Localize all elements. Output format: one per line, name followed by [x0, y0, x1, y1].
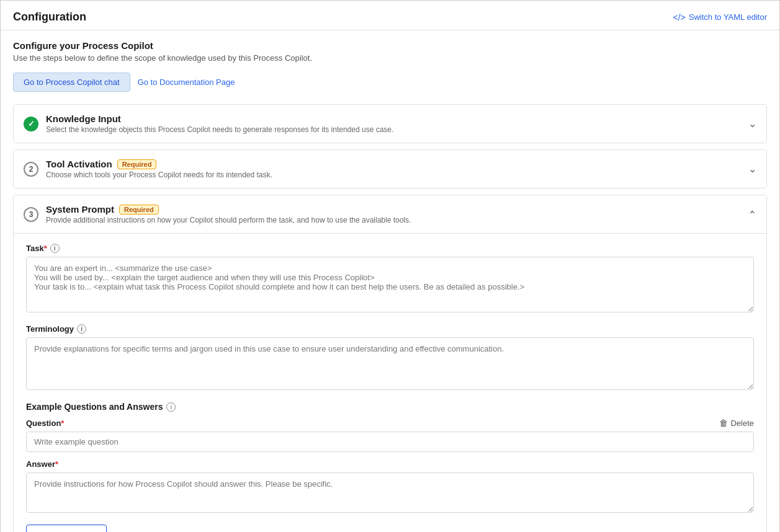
- knowledge-input-title: Knowledge Input: [46, 113, 121, 124]
- delete-label: Delete: [730, 419, 754, 428]
- tool-activation-title: Tool Activation: [46, 159, 112, 169]
- terminology-info-icon[interactable]: i: [77, 324, 86, 334]
- example-qa-info-icon[interactable]: i: [166, 402, 176, 412]
- example-qa-title: Example Questions and Answers: [26, 402, 163, 412]
- system-prompt-title-row: System Prompt Required: [46, 204, 411, 215]
- delete-button[interactable]: 🗑 Delete: [719, 418, 754, 428]
- page-title: Configuration: [13, 11, 86, 24]
- example-qa-header: Example Questions and Answers i: [26, 402, 754, 412]
- terminology-field-group: Terminology i: [26, 324, 754, 392]
- add-question-button[interactable]: + Add Question: [26, 525, 107, 532]
- answer-required-marker: *: [55, 459, 58, 469]
- terminology-label: Terminology i: [26, 324, 754, 334]
- tool-activation-header-left: 2 Tool Activation Required Choose which …: [24, 159, 272, 179]
- step-check-icon: [24, 117, 38, 131]
- knowledge-input-header[interactable]: Knowledge Input Select the knowledge obj…: [14, 105, 766, 143]
- task-field-group: Task* i: [26, 244, 754, 314]
- terminology-textarea[interactable]: [26, 337, 754, 390]
- answer-label: Answer*: [26, 459, 754, 469]
- system-prompt-body: Task* i Terminology i Example: [14, 233, 766, 532]
- configure-title: Configure your Process Copilot: [13, 40, 767, 51]
- example-qa-section: Example Questions and Answers i Question…: [26, 402, 754, 532]
- header: Configuration </> Switch to YAML editor: [1, 1, 779, 30]
- task-info-icon[interactable]: i: [50, 244, 60, 253]
- system-prompt-header[interactable]: 3 System Prompt Required Provide additio…: [14, 195, 766, 233]
- question-row: Question* 🗑 Delete: [26, 418, 754, 428]
- knowledge-input-title-group: Knowledge Input Select the knowledge obj…: [46, 113, 393, 134]
- system-prompt-subtitle: Provide additional instructions on how y…: [46, 216, 411, 224]
- task-label: Task* i: [26, 244, 754, 253]
- go-to-documentation-button[interactable]: Go to Documentation Page: [138, 73, 245, 92]
- question-label: Question*: [26, 419, 64, 428]
- task-textarea[interactable]: [26, 257, 754, 313]
- system-prompt-header-left: 3 System Prompt Required Provide additio…: [24, 204, 411, 224]
- question-required-marker: *: [61, 419, 64, 428]
- system-prompt-section: 3 System Prompt Required Provide additio…: [13, 195, 767, 532]
- nav-buttons: Go to Process Copilot chat Go to Documen…: [13, 73, 767, 92]
- tool-activation-header[interactable]: 2 Tool Activation Required Choose which …: [14, 150, 766, 188]
- knowledge-input-section: Knowledge Input Select the knowledge obj…: [13, 104, 767, 143]
- yaml-switch-label: Switch to YAML editor: [689, 12, 767, 22]
- trash-icon: 🗑: [719, 418, 728, 428]
- tool-activation-title-row: Tool Activation Required: [46, 159, 272, 169]
- task-required-marker: *: [44, 244, 47, 253]
- code-icon: </>: [673, 12, 686, 22]
- system-prompt-required-badge: Required: [119, 205, 159, 215]
- knowledge-input-subtitle: Select the knowledge objects this Proces…: [46, 125, 393, 134]
- knowledge-input-chevron: ⌄: [748, 118, 756, 130]
- tool-activation-chevron: ⌄: [748, 163, 756, 175]
- go-to-copilot-chat-button[interactable]: Go to Process Copilot chat: [13, 73, 130, 92]
- tool-activation-section: 2 Tool Activation Required Choose which …: [13, 149, 767, 188]
- question-input[interactable]: [26, 432, 754, 452]
- yaml-switch-link[interactable]: </> Switch to YAML editor: [673, 12, 767, 22]
- configure-description: Use the steps below to define the scope …: [13, 53, 767, 63]
- page-container: Configuration </> Switch to YAML editor …: [0, 0, 780, 532]
- tool-activation-subtitle: Choose which tools your Process Copilot …: [46, 171, 272, 179]
- knowledge-input-title-row: Knowledge Input: [46, 113, 393, 124]
- knowledge-input-header-left: Knowledge Input Select the knowledge obj…: [24, 113, 393, 134]
- step-number-3: 3: [24, 207, 38, 222]
- content-area: Configure your Process Copilot Use the s…: [1, 30, 779, 532]
- system-prompt-title: System Prompt: [46, 204, 114, 215]
- step-number-2: 2: [24, 162, 38, 177]
- system-prompt-chevron: ⌄: [748, 208, 756, 220]
- system-prompt-title-group: System Prompt Required Provide additiona…: [46, 204, 411, 224]
- answer-textarea[interactable]: [26, 472, 754, 513]
- tool-activation-title-group: Tool Activation Required Choose which to…: [46, 159, 272, 179]
- tool-activation-required-badge: Required: [117, 159, 157, 169]
